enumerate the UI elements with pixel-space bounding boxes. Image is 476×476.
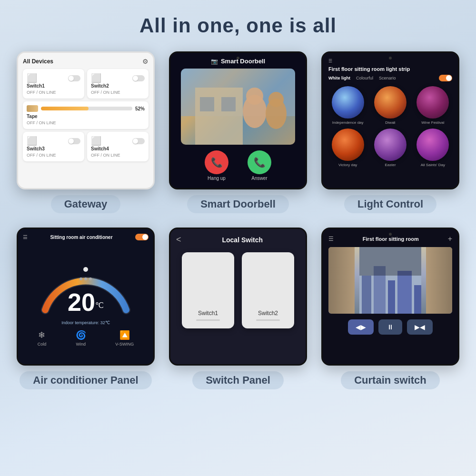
switch-panel-card: < Local Switch Switch1 Switch2 Switch Pa… bbox=[169, 228, 307, 389]
light-control-label: Light Control bbox=[344, 195, 436, 213]
svg-rect-3 bbox=[221, 97, 236, 111]
wine-label: Wine Festival bbox=[421, 120, 444, 125]
doorbell-label: Smart Doorbell bbox=[187, 195, 289, 213]
gw-switch2[interactable]: ⬜ Switch2 OFF / ON LINE bbox=[87, 69, 149, 99]
gw-switch3-name: Switch3 bbox=[27, 146, 80, 151]
hangup-button[interactable]: 📞 bbox=[205, 150, 228, 174]
wind-label: Wind bbox=[76, 342, 86, 347]
ac-ctrl-wind[interactable]: 🌀 Wind bbox=[76, 330, 86, 347]
curtain-left bbox=[328, 247, 355, 314]
wind-icon: 🌀 bbox=[76, 330, 86, 340]
gw-switch1-label: OFF / ON LINE bbox=[27, 90, 80, 95]
lc-power-toggle[interactable] bbox=[439, 75, 452, 81]
doorbell-video bbox=[181, 69, 295, 145]
answer-button[interactable]: 📞 bbox=[248, 150, 271, 174]
lc-orbs-grid: Independence day Diwali Wine Festival Vi… bbox=[328, 86, 452, 167]
ct-close-button[interactable]: ▶◀ bbox=[407, 319, 433, 335]
hangup-label: Hang up bbox=[208, 176, 226, 181]
doorbell-card: 📷 Smart Doorbell bbox=[169, 51, 307, 213]
lc-scene-allsaints[interactable]: All Saints' Day bbox=[414, 129, 452, 167]
ac-ctrl-vswing[interactable]: 🔼 V-SWING bbox=[115, 330, 134, 347]
lc-scene-diwali[interactable]: Diwali bbox=[371, 86, 409, 125]
svg-point-9 bbox=[79, 278, 82, 280]
diwali-orb bbox=[374, 86, 407, 119]
ac-title: Sitting room air conditioner bbox=[50, 235, 112, 240]
switch-panel-screen: < Local Switch Switch1 Switch2 bbox=[169, 228, 307, 366]
sw-switch1-name: Switch1 bbox=[198, 310, 218, 317]
svg-point-7 bbox=[268, 92, 284, 107]
gateway-label: Gateway bbox=[51, 195, 121, 213]
sw-card-1[interactable]: Switch1 bbox=[182, 252, 234, 328]
sw-back-button[interactable]: < bbox=[176, 235, 181, 245]
ac-panel-label: Air conditioner Panel bbox=[20, 371, 151, 389]
gw-switch3-label: OFF / ON LINE bbox=[27, 153, 80, 158]
ac-panel-screen: ☰ Sitting room air conditioner bbox=[17, 228, 155, 366]
svg-rect-2 bbox=[200, 97, 214, 111]
answer-label: Answer bbox=[251, 176, 267, 181]
curtain-window bbox=[328, 247, 452, 314]
doorbell-screen: 📷 Smart Doorbell bbox=[169, 51, 307, 189]
svg-rect-13 bbox=[362, 276, 371, 314]
light-control-screen: ☰ First floor sitting room light strip W… bbox=[321, 51, 459, 189]
light-control-card: ☰ First floor sitting room light strip W… bbox=[321, 51, 459, 213]
lc-tab-white[interactable]: White light bbox=[328, 76, 350, 80]
sw-card-2[interactable]: Switch2 bbox=[242, 252, 294, 328]
allsaints-label: All Saints' Day bbox=[421, 163, 445, 167]
ac-ctrl-cold[interactable]: ❄ Cold bbox=[38, 330, 47, 347]
lc-scene-independence[interactable]: Independence day bbox=[328, 86, 367, 125]
independence-orb bbox=[332, 86, 364, 119]
doorbell-buttons: 📞 Hang up 📞 Answer bbox=[205, 150, 271, 181]
curtain-card: ☰ First floor sitting room + bbox=[321, 228, 459, 389]
sw-switch-cards: Switch1 Switch2 bbox=[176, 252, 300, 328]
ac-temp-unit: ℃ bbox=[95, 301, 104, 309]
lc-tab-scenario[interactable]: Scenario bbox=[379, 76, 396, 80]
curtain-label: Curtain switch bbox=[341, 371, 440, 389]
curtain-camera-dot bbox=[389, 233, 392, 236]
ac-menu-icon: ☰ bbox=[23, 234, 28, 240]
svg-rect-15 bbox=[388, 280, 395, 314]
sw-card2-line bbox=[256, 319, 280, 321]
light-camera-dot bbox=[389, 57, 392, 60]
svg-rect-17 bbox=[414, 285, 421, 314]
vswing-icon: 🔼 bbox=[119, 330, 130, 340]
curtain-right bbox=[426, 247, 452, 314]
gw-switch3[interactable]: ⬜ Switch3 OFF / ON LINE bbox=[23, 132, 84, 161]
sw-switch2-name: Switch2 bbox=[258, 310, 278, 317]
ct-pause-button[interactable]: ⏸ bbox=[378, 319, 402, 335]
gw-title: All Devices bbox=[23, 58, 53, 65]
ac-power-toggle[interactable] bbox=[135, 234, 149, 240]
switch-panel-label: Switch Panel bbox=[192, 371, 284, 389]
svg-rect-18 bbox=[359, 247, 421, 276]
wine-orb bbox=[416, 86, 449, 119]
ac-temp: 20 bbox=[68, 288, 95, 316]
ct-menu-icon: ☰ bbox=[328, 236, 334, 242]
sw-card1-line bbox=[196, 319, 220, 321]
gear-icon[interactable]: ⚙ bbox=[142, 58, 149, 65]
lc-tab-colourful[interactable]: Colourful bbox=[356, 76, 373, 80]
easter-orb bbox=[374, 129, 407, 161]
vswing-label: V-SWING bbox=[115, 342, 134, 347]
gw-tape-item[interactable]: 52% Tape OFF / ON LINE bbox=[23, 101, 149, 129]
close-icon: ▶◀ bbox=[415, 323, 425, 331]
svg-rect-16 bbox=[397, 271, 412, 314]
lc-scene-easter[interactable]: Easter bbox=[371, 129, 409, 167]
lc-scene-victory[interactable]: Victory day bbox=[328, 129, 367, 167]
gw-switch4[interactable]: ⬜ Switch4 OFF / ON LINE bbox=[87, 132, 149, 161]
cold-icon: ❄ bbox=[38, 330, 45, 340]
victory-orb bbox=[332, 129, 364, 161]
ct-open-button[interactable]: ◀▶ bbox=[348, 319, 374, 335]
gw-switch4-name: Switch4 bbox=[91, 146, 145, 151]
svg-point-11 bbox=[89, 278, 92, 280]
tape-bar bbox=[41, 107, 132, 110]
ct-add-button[interactable]: + bbox=[448, 235, 452, 243]
gw-switch1[interactable]: ⬜ Switch1 OFF / ON LINE bbox=[23, 69, 84, 99]
gw-switch1-name: Switch1 bbox=[27, 83, 80, 89]
tape-name: Tape bbox=[27, 114, 145, 119]
easter-label: Easter bbox=[385, 163, 396, 167]
gw-switch2-name: Switch2 bbox=[91, 83, 145, 89]
ct-controls: ◀▶ ⏸ ▶◀ bbox=[328, 319, 452, 335]
gateway-card: All Devices ⚙ ⬜ Switch1 OFF / ON LINE bbox=[17, 51, 155, 213]
page-title: All in one, one is all bbox=[0, 0, 476, 51]
lc-scene-wine[interactable]: Wine Festival bbox=[414, 86, 452, 125]
curtain-view bbox=[355, 247, 426, 314]
